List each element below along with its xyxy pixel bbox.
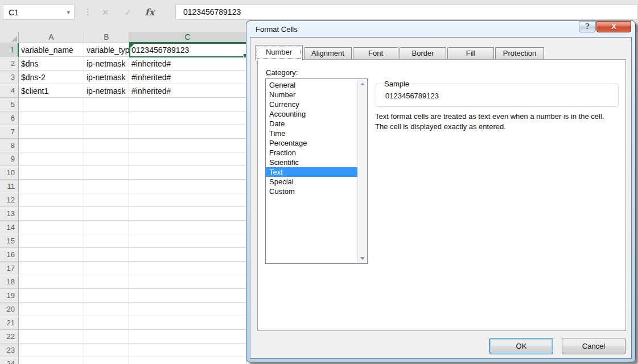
formula-bar-separator-dots-icon: ⋮ <box>84 7 92 17</box>
cell-B2[interactable]: ip-netmask <box>84 57 129 71</box>
insert-function-icon[interactable]: fx <box>140 5 159 20</box>
row-header-3[interactable]: 3 <box>0 71 19 84</box>
formula-value: 0123456789123 <box>183 7 637 16</box>
category-item-scientific[interactable]: Scientific <box>266 158 357 167</box>
dialog-body: NumberAlignmentFontBorderFillProtection … <box>250 37 632 359</box>
row-header-5[interactable]: 5 <box>0 98 19 111</box>
row-header-15[interactable]: 15 <box>0 234 19 248</box>
tab-number[interactable]: Number <box>255 45 303 60</box>
category-item-accounting[interactable]: Accounting <box>266 109 357 119</box>
cell-B4[interactable]: ip-netmask <box>84 84 129 98</box>
help-button[interactable]: ? <box>579 21 596 32</box>
scroll-down-icon <box>360 257 365 260</box>
sample-groupbox: Sample 0123456789123 <box>376 84 619 107</box>
category-item-special[interactable]: Special <box>266 177 357 187</box>
number-tab-panel: Category: GeneralNumberCurrencyAccountin… <box>257 59 626 331</box>
row-header-20[interactable]: 20 <box>0 303 19 316</box>
row-header-11[interactable]: 11 <box>0 180 19 193</box>
row-header-1[interactable]: 1 <box>0 43 19 57</box>
tab-font[interactable]: Font <box>353 47 398 60</box>
cell-A4[interactable]: $client1 <box>19 84 84 98</box>
tab-fill[interactable]: Fill <box>447 47 494 60</box>
selected-cell-outline <box>129 43 247 57</box>
tab-alignment[interactable]: Alignment <box>304 47 352 60</box>
column-header-C[interactable]: C <box>129 32 246 43</box>
formula-input[interactable]: 0123456789123 <box>175 5 638 20</box>
row-header-17[interactable]: 17 <box>0 262 19 275</box>
row-header-23[interactable]: 23 <box>0 344 19 357</box>
format-cells-dialog: Format Cells ? X NumberAlignmentFontBord… <box>246 20 636 362</box>
cell-A3[interactable]: $dns-2 <box>19 71 84 84</box>
scroll-up-icon <box>360 82 365 85</box>
category-item-fraction[interactable]: Fraction <box>266 148 357 158</box>
sample-label: Sample <box>382 80 411 88</box>
cell-B3[interactable]: ip-netmask <box>84 71 129 84</box>
sheet-grid[interactable]: variable_namevariable_type0123456789123$… <box>19 43 248 364</box>
row-header-21[interactable]: 21 <box>0 316 19 330</box>
cell-C3[interactable]: #inherited# <box>129 71 246 84</box>
category-item-currency[interactable]: Currency <box>266 100 357 109</box>
row-header-6[interactable]: 6 <box>0 111 19 125</box>
select-all-corner[interactable] <box>0 32 19 43</box>
category-item-custom[interactable]: Custom <box>266 187 357 196</box>
row-header-4[interactable]: 4 <box>0 84 19 98</box>
name-box-value: C1 <box>9 8 19 17</box>
name-box-dropdown-icon[interactable]: ▾ <box>67 9 70 16</box>
cell-A1[interactable]: variable_name <box>19 43 84 57</box>
cancel-entry-icon[interactable]: ✕ <box>96 5 115 20</box>
row-header-2[interactable]: 2 <box>0 57 19 71</box>
row-header-22[interactable]: 22 <box>0 330 19 344</box>
row-header-14[interactable]: 14 <box>0 221 19 234</box>
category-item-general[interactable]: General <box>266 80 357 90</box>
cell-A2[interactable]: $dns <box>19 57 84 71</box>
row-header-24[interactable]: 24 <box>0 357 19 364</box>
ok-button[interactable]: OK <box>489 338 553 354</box>
row-header-13[interactable]: 13 <box>0 207 19 221</box>
row-header-12[interactable]: 12 <box>0 193 19 207</box>
cell-C2[interactable]: #inherited# <box>129 57 246 71</box>
name-box[interactable]: C1 ▾ <box>3 5 75 20</box>
error-indicator-triangle-icon <box>130 44 134 48</box>
sample-value: 0123456789123 <box>385 92 439 100</box>
category-scrollbar[interactable] <box>357 79 367 263</box>
category-item-number[interactable]: Number <box>266 90 357 100</box>
tab-border[interactable]: Border <box>400 47 446 60</box>
category-item-text[interactable]: Text <box>266 167 357 177</box>
scroll-down-button[interactable] <box>358 254 367 263</box>
enter-entry-icon[interactable]: ✓ <box>118 5 138 20</box>
format-description: Text format cells are treated as text ev… <box>375 111 604 131</box>
tab-protection[interactable]: Protection <box>495 47 544 60</box>
category-item-date[interactable]: Date <box>266 119 357 129</box>
row-header-16[interactable]: 16 <box>0 248 19 262</box>
column-header-A[interactable]: A <box>19 32 84 43</box>
column-header-B[interactable]: B <box>84 32 129 43</box>
row-header-8[interactable]: 8 <box>0 139 19 152</box>
cancel-button[interactable]: Cancel <box>562 338 625 354</box>
row-header-7[interactable]: 7 <box>0 125 19 139</box>
category-item-percentage[interactable]: Percentage <box>266 138 357 148</box>
cell-B1[interactable]: variable_type <box>84 43 129 57</box>
category-listbox[interactable]: GeneralNumberCurrencyAccountingDateTimeP… <box>265 78 368 264</box>
close-button[interactable]: X <box>596 21 631 32</box>
row-header-19[interactable]: 19 <box>0 289 19 303</box>
select-all-triangle-icon <box>11 36 17 42</box>
row-header-10[interactable]: 10 <box>0 166 19 180</box>
category-item-time[interactable]: Time <box>266 129 357 138</box>
category-label: Category: <box>266 68 298 77</box>
scroll-up-button[interactable] <box>358 79 367 89</box>
dialog-title: Format Cells <box>256 25 298 34</box>
cell-C4[interactable]: #inherited# <box>129 84 246 98</box>
row-header-9[interactable]: 9 <box>0 152 19 166</box>
row-header-18[interactable]: 18 <box>0 275 19 289</box>
